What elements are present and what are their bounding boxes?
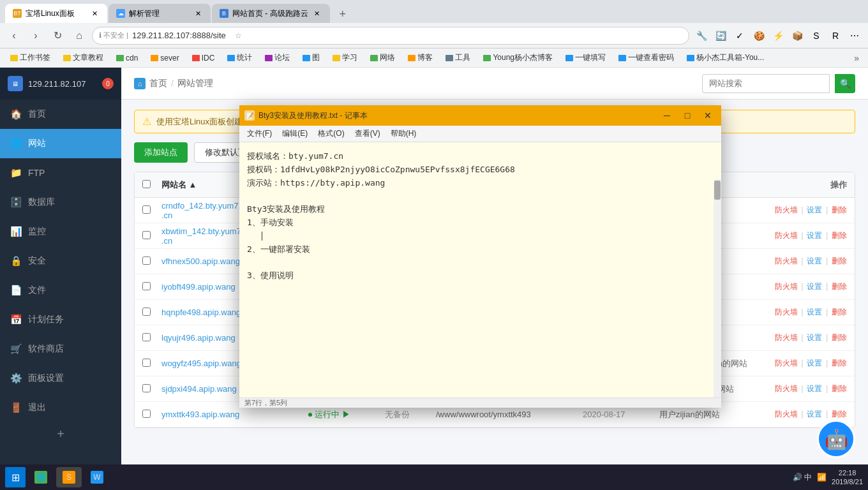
notepad-text-area[interactable]: 授权域名：bty.yum7.cn 授权码：1dfdHvLy08kP2njyyO8…: [239, 142, 721, 397]
bookmark-10[interactable]: 博客: [403, 51, 438, 64]
row-3-firewall[interactable]: 防火墙: [775, 256, 798, 265]
bookmark-5[interactable]: 统计: [222, 51, 257, 64]
row-8-checkbox[interactable]: [142, 384, 151, 392]
row-5-firewall[interactable]: 防火墙: [775, 308, 798, 316]
bookmark-4[interactable]: IDC: [187, 52, 220, 64]
row-7-delete[interactable]: 删除: [832, 359, 847, 368]
notepad-menu-help[interactable]: 帮助(H): [385, 126, 422, 142]
row-9-checkbox[interactable]: [142, 410, 151, 418]
row-5-settings[interactable]: 设置: [807, 308, 822, 316]
notepad-scrollbar[interactable]: [714, 179, 721, 397]
bookmark-0[interactable]: 工作书签: [5, 51, 56, 64]
notepad-maximize-button[interactable]: □: [679, 108, 696, 122]
row-1-checkbox[interactable]: [142, 205, 151, 214]
sidebar-item-files[interactable]: 📄 文件: [0, 276, 121, 305]
row-6-checkbox[interactable]: [142, 333, 151, 341]
sidebar-item-settings[interactable]: ⚙️ 面板设置: [0, 364, 121, 393]
tab-3-close[interactable]: ✕: [312, 8, 322, 19]
bookmark-14[interactable]: 一键查看密码: [613, 51, 679, 64]
start-button[interactable]: ⊞: [5, 467, 26, 487]
extension-icon-9[interactable]: ⋯: [846, 27, 863, 44]
row-8-settings[interactable]: 设置: [807, 384, 822, 393]
row-2-firewall[interactable]: 防火墙: [775, 231, 798, 240]
bookmark-12[interactable]: Young杨小杰博客: [478, 51, 558, 64]
address-bar[interactable]: ℹ 不安全 | 129.211.82.107:8888/site ☆: [92, 27, 689, 45]
taskbar-item-editor[interactable]: S: [56, 467, 82, 487]
row-4-checkbox[interactable]: [142, 282, 151, 290]
sidebar-item-monitor[interactable]: 📊 监控: [0, 217, 121, 246]
sidebar-item-cron[interactable]: 📅 计划任务: [0, 305, 121, 334]
row-9-name[interactable]: ymxttk493.apip.wang: [161, 410, 308, 419]
extension-icon-5[interactable]: ⚡: [770, 27, 786, 44]
tab-3[interactable]: B 网站首页 - 高级跑路云 ✕: [212, 4, 330, 23]
extension-icon-7[interactable]: S: [808, 27, 825, 44]
sidebar-add-button[interactable]: +: [0, 422, 121, 445]
home-button[interactable]: ⌂: [70, 27, 88, 45]
row-1-settings[interactable]: 设置: [807, 205, 822, 214]
search-button[interactable]: 🔍: [835, 74, 855, 93]
notepad-menu-file[interactable]: 文件(F): [242, 126, 277, 142]
row-2-settings[interactable]: 设置: [807, 231, 822, 240]
extension-icon-2[interactable]: 🔄: [712, 27, 729, 44]
bookmark-3[interactable]: sever: [146, 52, 184, 64]
search-input[interactable]: [702, 74, 830, 93]
taskbar-item-browser[interactable]: 🌐: [28, 467, 54, 487]
row-7-firewall[interactable]: 防火墙: [775, 359, 798, 368]
notepad-minimize-button[interactable]: ─: [659, 108, 675, 122]
bookmark-2[interactable]: cdn: [111, 52, 143, 64]
forward-button[interactable]: ›: [27, 27, 45, 45]
bookmark-15[interactable]: 杨小杰工具箱-You...: [682, 51, 769, 64]
row-6-delete[interactable]: 删除: [832, 333, 847, 342]
sidebar-item-security[interactable]: 🔒 安全: [0, 246, 121, 276]
bookmark-7[interactable]: 图: [297, 51, 325, 64]
tab-1-close[interactable]: ✕: [89, 8, 100, 19]
tab-1[interactable]: BT 宝塔Linux面板 ✕: [5, 4, 107, 23]
extension-icon-8[interactable]: R: [827, 27, 844, 44]
bookmark-1[interactable]: 文章教程: [58, 51, 108, 64]
extension-icon-6[interactable]: 📦: [789, 27, 805, 44]
bookmarks-more-button[interactable]: »: [850, 52, 863, 64]
taskbar-item-word[interactable]: W: [84, 467, 110, 487]
row-3-checkbox[interactable]: [142, 256, 151, 265]
notepad-menu-edit[interactable]: 编辑(E): [277, 126, 313, 142]
row-9-delete[interactable]: 删除: [832, 410, 847, 419]
notepad-menu-view[interactable]: 查看(V): [350, 126, 385, 142]
notepad-scrollbar-thumb[interactable]: [714, 181, 721, 200]
row-1-delete[interactable]: 删除: [832, 205, 847, 214]
row-6-firewall[interactable]: 防火墙: [775, 333, 798, 342]
row-6-settings[interactable]: 设置: [807, 333, 822, 342]
extension-icon-4[interactable]: 🍪: [751, 27, 767, 44]
sidebar-item-database[interactable]: 🗄️ 数据库: [0, 188, 121, 217]
row-2-delete[interactable]: 删除: [832, 231, 847, 240]
refresh-button[interactable]: ↻: [49, 27, 66, 45]
row-3-settings[interactable]: 设置: [807, 256, 822, 265]
sidebar-item-website[interactable]: 🌐 网站: [0, 129, 121, 158]
row-2-checkbox[interactable]: [142, 231, 151, 239]
extension-icon-1[interactable]: 🔧: [693, 27, 710, 44]
new-tab-button[interactable]: +: [334, 5, 352, 23]
bookmark-11[interactable]: 工具: [440, 51, 475, 64]
back-button[interactable]: ‹: [5, 27, 23, 45]
row-8-delete[interactable]: 删除: [832, 384, 847, 393]
tab-2[interactable]: ☁ 解析管理 ✕: [108, 4, 211, 23]
add-site-button[interactable]: 添加站点: [134, 142, 188, 163]
row-1-firewall[interactable]: 防火墙: [775, 205, 798, 214]
sidebar-item-logout[interactable]: 🚪 退出: [0, 393, 121, 422]
row-9-settings[interactable]: 设置: [807, 410, 822, 419]
extension-icon-3[interactable]: ✓: [731, 27, 748, 44]
notepad-menu-format[interactable]: 格式(O): [313, 126, 349, 142]
bookmark-9[interactable]: 网络: [365, 51, 400, 64]
row-7-settings[interactable]: 设置: [807, 359, 822, 368]
row-9-firewall[interactable]: 防火墙: [775, 410, 798, 419]
row-4-firewall[interactable]: 防火墙: [775, 282, 798, 291]
row-5-checkbox[interactable]: [142, 308, 151, 316]
sidebar-item-ftp[interactable]: 📁 FTP: [0, 158, 121, 188]
select-all-checkbox[interactable]: [142, 180, 151, 188]
row-5-delete[interactable]: 删除: [832, 308, 847, 316]
row-8-firewall[interactable]: 防火墙: [775, 384, 798, 393]
row-4-settings[interactable]: 设置: [807, 282, 822, 291]
row-4-delete[interactable]: 删除: [832, 282, 847, 291]
sidebar-item-home[interactable]: 🏠 首页: [0, 100, 121, 129]
row-3-delete[interactable]: 删除: [832, 256, 847, 265]
sidebar-item-store[interactable]: 🛒 软件商店: [0, 334, 121, 364]
